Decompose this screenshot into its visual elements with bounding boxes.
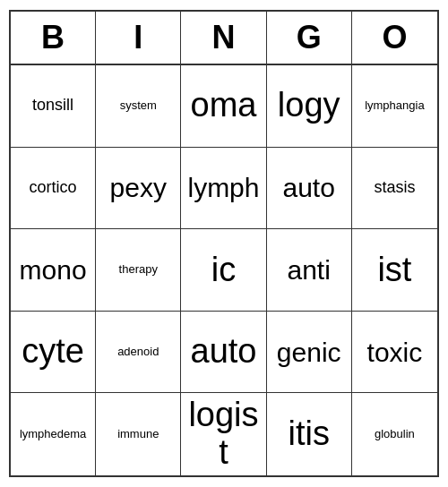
bingo-cell: globulin xyxy=(352,393,437,475)
bingo-cell: toxic xyxy=(352,312,437,394)
bingo-cell: lymphedema xyxy=(11,393,96,475)
cell-text: adenoid xyxy=(117,346,159,358)
bingo-cell: cortico xyxy=(11,148,96,230)
cell-text: therapy xyxy=(119,263,158,276)
bingo-cell: anti xyxy=(267,229,352,312)
cell-text: mono xyxy=(20,255,87,285)
header-letter: O xyxy=(352,12,437,64)
cell-text: logy xyxy=(278,87,340,124)
cell-text: system xyxy=(120,99,157,112)
cell-text: logist xyxy=(185,397,262,472)
cell-text: itis xyxy=(288,415,329,453)
bingo-cell: logy xyxy=(267,65,352,148)
cell-text: genic xyxy=(277,337,341,367)
cell-text: immune xyxy=(117,428,159,440)
cell-text: cyte xyxy=(22,333,84,371)
cell-text: pexy xyxy=(110,173,167,202)
bingo-cell: cyte xyxy=(11,312,96,394)
cell-text: anti xyxy=(288,255,331,285)
bingo-cell: auto xyxy=(181,312,266,394)
header-letter: G xyxy=(267,12,352,64)
header-letter: N xyxy=(181,12,266,64)
cell-text: ic xyxy=(211,252,236,289)
bingo-cell: lymph xyxy=(181,148,266,230)
bingo-cell: therapy xyxy=(96,229,181,312)
bingo-cell: itis xyxy=(267,393,352,475)
cell-text: toxic xyxy=(367,337,423,367)
bingo-cell: mono xyxy=(11,229,96,312)
cell-text: auto xyxy=(191,333,257,371)
cell-text: lymphangia xyxy=(365,99,425,112)
cell-text: stasis xyxy=(374,179,415,197)
cell-text: ist xyxy=(377,252,411,289)
header-letter: I xyxy=(96,12,181,64)
cell-text: globulin xyxy=(375,428,415,440)
cell-text: lymph xyxy=(187,173,259,202)
bingo-cell: stasis xyxy=(352,148,437,230)
bingo-cell: genic xyxy=(267,312,352,394)
cell-text: tonsill xyxy=(32,97,73,115)
bingo-cell: adenoid xyxy=(96,312,181,394)
bingo-cell: ic xyxy=(181,229,266,312)
cell-text: auto xyxy=(283,173,335,202)
cell-text: lymphedema xyxy=(20,428,86,440)
bingo-cell: immune xyxy=(96,393,181,475)
bingo-cell: lymphangia xyxy=(352,65,437,148)
cell-text: cortico xyxy=(30,179,77,197)
bingo-grid: tonsillsystemomalogylymphangiacorticopex… xyxy=(11,65,437,475)
bingo-cell: tonsill xyxy=(11,65,96,148)
bingo-cell: ist xyxy=(352,229,437,312)
bingo-card: BINGO tonsillsystemomalogylymphangiacort… xyxy=(9,10,439,477)
header-letter: B xyxy=(11,12,96,64)
bingo-cell: logist xyxy=(181,393,266,475)
bingo-cell: system xyxy=(96,65,181,148)
bingo-header: BINGO xyxy=(11,12,437,65)
bingo-cell: auto xyxy=(267,148,352,230)
bingo-cell: pexy xyxy=(96,148,181,230)
cell-text: oma xyxy=(191,87,257,124)
bingo-cell: oma xyxy=(181,65,266,148)
